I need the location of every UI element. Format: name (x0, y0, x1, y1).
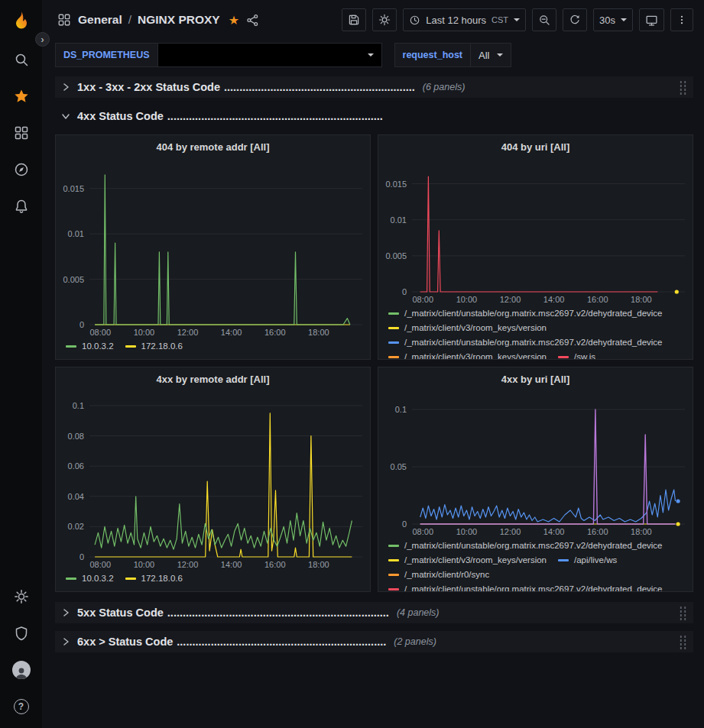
svg-text:0.01: 0.01 (68, 229, 84, 238)
svg-text:18:00: 18:00 (308, 560, 329, 569)
breadcrumb: General / NGINX PROXY (78, 13, 220, 27)
sidebar-item-alerting[interactable] (0, 188, 42, 225)
svg-text:0.01: 0.01 (391, 215, 407, 225)
legend-label: 172.18.0.6 (141, 571, 183, 586)
legend-swatch (388, 341, 399, 344)
gear-icon (378, 14, 391, 26)
panel-title[interactable]: 404 by remote addr [All] (56, 135, 370, 158)
row-title-dots: ........................................… (167, 110, 383, 122)
sidebar-item-explore[interactable] (0, 151, 42, 188)
variable-value-request-host[interactable]: All (471, 43, 511, 67)
svg-text:0: 0 (402, 519, 407, 529)
row-1xx-3xx-2xx[interactable]: 1xx - 3xx - 2xx Status Code ............… (55, 76, 693, 98)
sidebar-item-profile[interactable] (0, 652, 42, 688)
svg-text:0: 0 (402, 287, 407, 296)
svg-text:14:00: 14:00 (543, 527, 565, 536)
panel-404-by-uri: 404 by uri [All] 00.0050.010.01508:0010:… (378, 134, 693, 360)
legend-item[interactable]: 172.18.0.6 (125, 571, 183, 586)
panel-chart-area: 00.0050.010.01508:0010:0012:0014:0016:00… (56, 158, 370, 338)
svg-text:0.005: 0.005 (385, 251, 407, 260)
more-options-button[interactable] (670, 8, 693, 31)
svg-text:18:00: 18:00 (631, 527, 652, 536)
sidebar-item-server-admin[interactable] (0, 615, 42, 652)
legend-swatch (558, 559, 569, 561)
legend-item[interactable]: /_matrix/client/v3/room_keys/version (388, 553, 547, 568)
svg-text:08:00: 08:00 (90, 560, 112, 569)
row-drag-handle[interactable] (679, 80, 687, 95)
row-drag-handle[interactable] (679, 606, 687, 620)
svg-text:16:00: 16:00 (587, 527, 608, 536)
share-icon[interactable] (246, 14, 259, 27)
svg-text:12:00: 12:00 (500, 295, 521, 304)
legend-item[interactable]: /_matrix/client/unstable/org.matrix.msc2… (388, 582, 663, 591)
sidebar-bottom-group: ? (0, 578, 42, 728)
svg-text:10:00: 10:00 (134, 560, 155, 569)
sidebar-item-search[interactable] (0, 41, 42, 78)
sidebar-item-help[interactable]: ? (0, 688, 42, 725)
row-6xx[interactable]: 6xx > Status Code ......................… (55, 631, 693, 652)
variable-value-ds-prometheus[interactable] (158, 43, 382, 67)
dashboard-settings-button[interactable] (372, 8, 397, 31)
legend-swatch (66, 578, 76, 580)
svg-text:14:00: 14:00 (221, 560, 242, 569)
sidebar-item-dashboards[interactable] (0, 115, 42, 151)
panel-title[interactable]: 4xx by uri [All] (378, 367, 693, 390)
refresh-button[interactable] (563, 8, 587, 31)
svg-text:14:00: 14:00 (221, 328, 242, 337)
legend-item[interactable]: /_matrix/client/v3/room_keys/version (388, 321, 547, 335)
panel-legend: 10.0.3.2172.18.0.6 (56, 338, 370, 359)
breadcrumb-title[interactable]: NGINX PROXY (138, 13, 220, 27)
legend-swatch (388, 327, 399, 329)
search-icon (14, 52, 29, 67)
svg-text:0.005: 0.005 (63, 275, 84, 284)
legend-item[interactable]: /_matrix/client/v3/room_keys/version (388, 350, 547, 359)
save-dashboard-button[interactable] (342, 8, 366, 31)
legend-item[interactable]: /sw.js (558, 350, 595, 359)
sidebar-expand-button[interactable]: › (35, 32, 50, 47)
topbar: General / NGINX PROXY ★ (42, 0, 704, 40)
legend-item[interactable]: 10.0.3.2 (66, 571, 114, 586)
sidebar-item-starred[interactable] (0, 78, 42, 115)
legend-swatch (388, 312, 399, 315)
panel-title[interactable]: 404 by uri [All] (378, 135, 693, 158)
timeseries-chart: 00.0050.010.01508:0010:0012:0014:0016:00… (378, 158, 693, 306)
panel-legend: 10.0.3.2172.18.0.6 (56, 571, 370, 591)
panel-legend: /_matrix/client/unstable/org.matrix.msc2… (378, 306, 693, 359)
panel-4xx-by-remote-addr: 4xx by remote addr [All] 00.020.040.060.… (55, 367, 371, 592)
legend-item[interactable]: 10.0.3.2 (66, 339, 114, 354)
panel-grid: 404 by remote addr [All] 00.0050.010.015… (55, 134, 693, 592)
grafana-flame-icon (11, 10, 32, 31)
legend-item[interactable]: /_matrix/client/unstable/org.matrix.msc2… (388, 539, 663, 553)
refresh-interval-label: 30s (599, 15, 615, 26)
timeseries-chart: 00.0050.010.01508:0010:0012:0014:0016:00… (56, 158, 370, 338)
timeseries-chart: 00.020.040.060.080.108:0010:0012:0014:00… (56, 390, 370, 571)
panel-404-by-remote-addr: 404 by remote addr [All] 00.0050.010.015… (55, 134, 371, 360)
refresh-interval-picker[interactable]: 30s (593, 8, 633, 31)
svg-text:12:00: 12:00 (500, 527, 521, 536)
legend-item[interactable]: 172.18.0.6 (125, 339, 183, 354)
legend-item[interactable]: /_matrix/client/unstable/org.matrix.msc2… (388, 335, 663, 350)
legend-label: 172.18.0.6 (141, 339, 183, 354)
row-title-dots: ........................................… (177, 636, 386, 648)
grafana-logo[interactable] (11, 0, 32, 41)
sidebar-item-configuration[interactable] (0, 578, 42, 615)
row-4xx[interactable]: 4xx Status Code ........................… (55, 105, 693, 127)
legend-label: /_matrix/client/v3/room_keys/version (404, 350, 547, 359)
time-range-picker[interactable]: Last 12 hours CST (403, 8, 526, 31)
chevron-right-icon (61, 83, 70, 92)
svg-text:0.04: 0.04 (68, 492, 84, 501)
legend-item[interactable]: /_matrix/client/unstable/org.matrix.msc2… (388, 306, 663, 321)
row-5xx[interactable]: 5xx Status Code ........................… (55, 602, 693, 623)
panel-title[interactable]: 4xx by remote addr [All] (56, 367, 370, 390)
legend-item[interactable]: /api/live/ws (558, 553, 617, 568)
row-drag-handle[interactable] (679, 635, 687, 649)
zoom-out-button[interactable] (532, 8, 556, 31)
favorite-star-icon[interactable]: ★ (229, 13, 239, 28)
svg-text:0.1: 0.1 (73, 401, 84, 410)
svg-text:12:00: 12:00 (177, 560, 199, 569)
svg-text:10:00: 10:00 (456, 527, 478, 536)
legend-item[interactable]: /_matrix/client/r0/sync (388, 568, 489, 582)
breadcrumb-section[interactable]: General (78, 13, 122, 27)
legend-label: 10.0.3.2 (82, 339, 114, 354)
tv-mode-button[interactable] (639, 8, 664, 31)
